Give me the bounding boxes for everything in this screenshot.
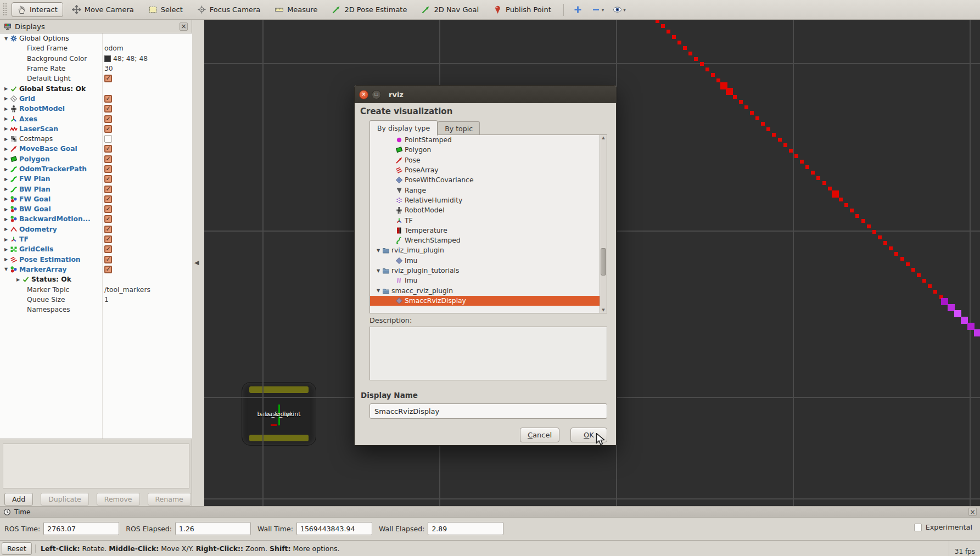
row-value[interactable]: ✓ xyxy=(104,184,112,194)
row-value[interactable]: ✓ xyxy=(104,94,112,104)
display-type-row-pose[interactable]: Pose xyxy=(370,155,607,165)
expander-icon[interactable]: ▶ xyxy=(2,156,10,161)
remove-tool-button[interactable]: ▾ xyxy=(589,4,607,15)
time-field-input[interactable]: 1569443843.94 xyxy=(296,522,372,535)
time-field-input[interactable]: 2763.07 xyxy=(43,522,119,535)
expander-icon[interactable]: ▶ xyxy=(2,116,10,121)
row-checkbox[interactable]: ✓ xyxy=(104,256,112,263)
displays-row-queue-size[interactable]: Queue Size1 xyxy=(0,295,192,305)
row-value[interactable]: 1 xyxy=(104,295,109,305)
scroll-down-icon[interactable]: ▼ xyxy=(600,308,607,312)
displays-row-frame-rate[interactable]: Frame Rate30 xyxy=(0,64,192,74)
toolbar-move-camera-button[interactable]: Move Camera xyxy=(66,2,139,17)
displays-row-laserscan[interactable]: ▶LaserScan✓ xyxy=(0,124,192,134)
row-value[interactable]: ✓ xyxy=(104,154,112,164)
displays-row-pose-estimation[interactable]: ▶Pose Estimation✓ xyxy=(0,255,192,265)
row-value[interactable]: ✓ xyxy=(104,224,112,234)
displays-row-status-ok[interactable]: ▶Status: Ok xyxy=(0,274,192,284)
display-type-row-polygon[interactable]: Polygon xyxy=(370,145,607,155)
reset-button[interactable]: Reset xyxy=(2,542,32,555)
toolbar-select-button[interactable]: Select xyxy=(143,2,188,17)
display-type-row-rviz-plugin-tutorials[interactable]: ▼rviz_plugin_tutorials xyxy=(370,266,607,276)
expander-icon[interactable]: ▼ xyxy=(374,288,382,293)
row-value[interactable] xyxy=(104,134,112,144)
display-type-row-temperature[interactable]: Temperature xyxy=(370,226,607,235)
add-tool-button[interactable] xyxy=(570,4,585,15)
display-type-row-smaccrvizdisplay[interactable]: SmaccRvizDisplay xyxy=(370,296,607,306)
row-value[interactable]: ✓ xyxy=(104,124,112,134)
displays-close-icon[interactable]: × xyxy=(180,23,188,31)
expander-icon[interactable]: ▶ xyxy=(2,137,10,142)
display-type-row-imu[interactable]: Imu xyxy=(370,256,607,266)
row-value[interactable]: /tool_markers xyxy=(104,284,150,294)
panel-splitter[interactable]: ◀ xyxy=(193,20,204,506)
row-value[interactable]: ✓ xyxy=(104,214,112,224)
row-value[interactable]: ✓ xyxy=(104,204,112,214)
expander-icon[interactable]: ▶ xyxy=(2,227,10,232)
row-checkbox[interactable]: ✓ xyxy=(104,175,112,183)
time-field-input[interactable]: 2.89 xyxy=(428,522,503,535)
displays-row-axes[interactable]: ▶Axes✓ xyxy=(0,114,192,123)
row-value[interactable]: ✓ xyxy=(104,104,112,114)
tab-by-display-type[interactable]: By display type xyxy=(369,120,438,136)
expander-icon[interactable]: ▶ xyxy=(2,96,10,101)
experimental-checkbox[interactable] xyxy=(914,524,922,531)
remove-button[interactable]: Remove xyxy=(97,493,140,506)
display-type-row-tf[interactable]: TF xyxy=(370,215,607,225)
displays-row-default-light[interactable]: Default Light✓ xyxy=(0,74,192,83)
displays-row-tf[interactable]: ▶TF✓ xyxy=(0,234,192,244)
expander-icon[interactable]: ▶ xyxy=(2,126,10,131)
row-checkbox[interactable]: ✓ xyxy=(104,95,112,103)
row-checkbox[interactable]: ✓ xyxy=(104,266,112,273)
row-checkbox[interactable]: ✓ xyxy=(104,105,112,113)
scrollbar-thumb[interactable] xyxy=(601,248,606,276)
ok-button[interactable]: OK xyxy=(570,428,607,442)
expander-icon[interactable]: ▶ xyxy=(2,207,10,212)
display-type-row-posewithcovariance[interactable]: PoseWithCovariance xyxy=(370,175,607,185)
time-close-icon[interactable]: × xyxy=(968,508,977,516)
displays-row-gridcells[interactable]: ▶GridCells✓ xyxy=(0,244,192,254)
expander-icon[interactable]: ▶ xyxy=(2,167,10,172)
display-type-row-rviz-imu-plugin[interactable]: ▼rviz_imu_plugin xyxy=(370,245,607,255)
row-value[interactable]: ✓ xyxy=(104,174,112,184)
row-value[interactable]: ✓ xyxy=(104,255,112,265)
expander-icon[interactable]: ▼ xyxy=(2,267,10,272)
expander-icon[interactable]: ▶ xyxy=(14,277,22,282)
row-checkbox[interactable]: ✓ xyxy=(104,165,112,173)
row-checkbox[interactable]: ✓ xyxy=(104,205,112,213)
display-name-input[interactable]: SmaccRvizDisplay xyxy=(369,403,607,419)
expander-icon[interactable]: ▶ xyxy=(2,147,10,151)
row-value[interactable]: ✓ xyxy=(104,144,112,154)
display-type-row-smacc-rviz-plugin[interactable]: ▼smacc_rviz_plugin xyxy=(370,285,607,295)
expander-icon[interactable]: ▶ xyxy=(2,106,10,111)
displays-row-marker-topic[interactable]: Marker Topic/tool_markers xyxy=(0,284,192,294)
expander-icon[interactable]: ▼ xyxy=(374,248,382,253)
toolbar-2d-nav-goal-button[interactable]: 2D Nav Goal xyxy=(416,2,484,17)
row-value[interactable]: ✓ xyxy=(104,234,112,244)
row-value[interactable]: ✓ xyxy=(104,164,112,174)
panel-collapse-arrow-icon[interactable]: ◀ xyxy=(194,259,199,266)
expander-icon[interactable]: ▶ xyxy=(2,217,10,222)
row-checkbox[interactable]: ✓ xyxy=(104,75,112,82)
row-checkbox[interactable]: ✓ xyxy=(104,155,112,163)
time-field-input[interactable]: 1.26 xyxy=(175,522,251,535)
row-checkbox[interactable]: ✓ xyxy=(104,145,112,153)
display-type-row-range[interactable]: Range xyxy=(370,185,607,195)
toolbar-2d-pose-estimate-button[interactable]: 2D Pose Estimate xyxy=(326,2,412,17)
row-value[interactable]: 48; 48; 48 xyxy=(104,54,148,64)
displays-row-fw-plan[interactable]: ▶FW Plan✓ xyxy=(0,174,192,184)
displays-row-markerarray[interactable]: ▼MarkerArray✓ xyxy=(0,265,192,274)
displays-row-namespaces[interactable]: Namespaces xyxy=(0,305,192,314)
row-checkbox[interactable]: ✓ xyxy=(104,186,112,193)
displays-row-odometry[interactable]: ▶Odometry✓ xyxy=(0,224,192,234)
row-value[interactable]: ✓ xyxy=(104,244,112,254)
window-restore-icon[interactable]: ▢ xyxy=(372,90,381,99)
row-checkbox[interactable] xyxy=(104,135,112,143)
row-checkbox[interactable]: ✓ xyxy=(104,125,112,133)
displays-row-costmaps[interactable]: ▶Costmaps xyxy=(0,134,192,144)
row-checkbox[interactable]: ✓ xyxy=(104,245,112,253)
row-checkbox[interactable]: ✓ xyxy=(104,235,112,243)
expander-icon[interactable]: ▶ xyxy=(2,187,10,192)
displays-row-polygon[interactable]: ▶Polygon✓ xyxy=(0,154,192,164)
window-close-icon[interactable]: × xyxy=(359,90,368,99)
